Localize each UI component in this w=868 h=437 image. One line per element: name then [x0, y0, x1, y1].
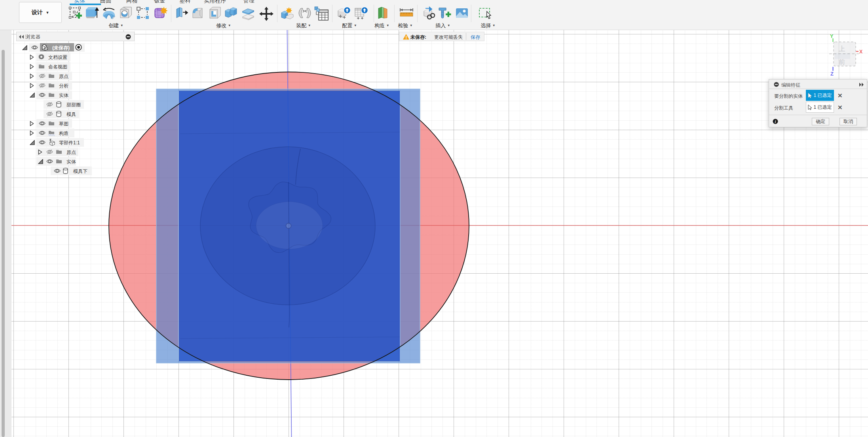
svg-text:Z: Z: [830, 71, 834, 77]
svg-text:i: i: [775, 119, 776, 124]
svg-text:上: 上: [839, 45, 845, 53]
svg-text:X: X: [859, 49, 863, 55]
svg-text:Y: Y: [830, 34, 834, 39]
svg-text:前: 前: [839, 59, 845, 65]
